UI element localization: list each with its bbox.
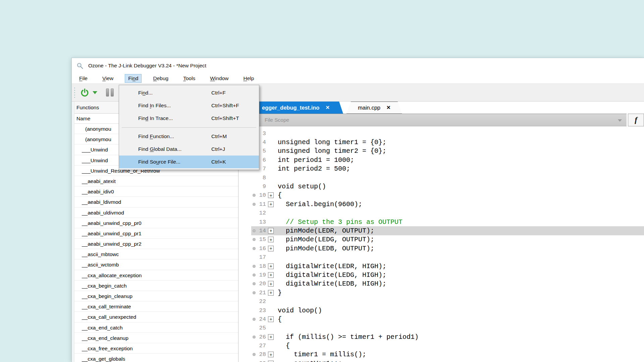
code-line-18: 18+ digitalWrite(LEDR, HIGH);	[251, 262, 644, 270]
code-line-5: 5unsigned long timer2 = {0};	[251, 147, 644, 156]
code-text: Serial.begin(9600);	[278, 200, 362, 208]
menubar-item-find[interactable]: Find	[125, 74, 142, 83]
breakpoint-dot[interactable]	[251, 318, 257, 321]
line-number: 24	[257, 316, 266, 322]
pause-button[interactable]	[106, 88, 114, 97]
power-dropdown-arrow[interactable]	[93, 91, 97, 94]
expand-plus-box[interactable]: +	[268, 316, 274, 322]
breakpoint-dot[interactable]	[251, 274, 257, 277]
menu-item-find[interactable]: Find...Ctrl+F	[119, 86, 259, 99]
line-number: 26	[257, 334, 266, 340]
tab-close-icon[interactable]: ✕	[386, 105, 391, 111]
menu-item-label: Find Global Data...	[138, 146, 181, 152]
breakpoint-dot[interactable]	[251, 194, 257, 197]
breakpoint-dot[interactable]	[251, 203, 257, 206]
function-list-item[interactable]: __aeabi_ldivmod	[72, 197, 238, 207]
expand-plus-box[interactable]: +	[268, 228, 274, 234]
function-list-item[interactable]: __cxa_call_unexpected	[72, 312, 238, 322]
menu-item-find-in-files[interactable]: Find In Files...Ctrl+Shift+F	[119, 99, 259, 112]
function-list-item[interactable]: __ascii_mbtowc	[72, 249, 238, 259]
breakpoint-dot[interactable]	[251, 282, 257, 285]
breakpoint-dot[interactable]	[251, 353, 257, 356]
function-list-item[interactable]: __aeabi_atexit	[72, 176, 238, 186]
function-list-item[interactable]: __aeabi_unwind_cpp_pr0	[72, 218, 238, 228]
function-list-item[interactable]: __aeabi_unwind_cpp_pr2	[72, 239, 238, 249]
expand-plus-box[interactable]: +	[268, 201, 274, 207]
breakpoint-dot[interactable]	[251, 229, 257, 232]
code-line-28: 28+ timer1 = millis();	[251, 350, 644, 359]
expand-spacer	[268, 210, 274, 216]
function-list-item[interactable]: __aeabi_idiv0	[72, 186, 238, 197]
function-list-item[interactable]: __aeabi_unwind_cpp_pr1	[72, 228, 238, 239]
menu-item-find-in-trace[interactable]: Find In Trace...Ctrl+Shift+T	[119, 112, 259, 125]
code-line-19: 19+ digitalWrite(LEDG, HIGH);	[251, 270, 644, 279]
function-list-item[interactable]: __cxa_end_cleanup	[72, 333, 238, 343]
breakpoint-dot[interactable]	[251, 247, 257, 250]
menubar-item-help[interactable]: Help	[240, 74, 258, 83]
menubar-item-debug[interactable]: Debug	[150, 74, 172, 83]
code-text: {	[278, 342, 290, 350]
line-number: 23	[257, 307, 266, 314]
magnifier-app-icon	[76, 62, 84, 69]
code-text: {	[278, 315, 282, 323]
line-number: 29	[257, 360, 266, 362]
menu-item-shortcut: Ctrl+Shift+T	[211, 115, 239, 121]
expand-plus-box[interactable]: +	[268, 290, 274, 296]
editor-tab-egger-debug-test-ino[interactable]: egger_debug_test.ino✕	[251, 102, 343, 114]
expand-plus-box[interactable]: +	[268, 192, 274, 198]
expand-plus-box[interactable]: +	[268, 246, 274, 251]
expand-spacer	[268, 166, 274, 172]
function-list-item[interactable]: __cxa_allocate_exception	[72, 270, 238, 281]
menu-item-find-global-data[interactable]: Find Global Data...Ctrl+J	[119, 143, 259, 156]
menu-item-label: Find In Files...	[138, 103, 171, 109]
menubar-item-tools[interactable]: Tools	[180, 74, 199, 83]
function-list-item[interactable]: __cxa_begin_catch	[72, 281, 238, 291]
toolbar-drag-handle[interactable]	[74, 87, 75, 98]
line-number: 15	[257, 236, 266, 243]
power-button[interactable]	[80, 88, 89, 97]
breakpoint-dot[interactable]	[251, 238, 257, 241]
code-text: pinMode(LEDG, OUTPUT);	[278, 236, 374, 243]
file-scope-dropdown[interactable]: File Scope	[251, 114, 627, 126]
function-list-item[interactable]: __cxa_get_globals	[72, 354, 238, 362]
menu-item-find-source-file[interactable]: Find Source File...Ctrl+K	[119, 156, 259, 168]
function-list-item[interactable]: __cxa_begin_cleanup	[72, 291, 238, 301]
line-number: 21	[257, 290, 266, 296]
breakpoint-dot[interactable]	[251, 336, 257, 339]
expand-plus-box[interactable]: +	[268, 334, 274, 340]
code-text: unsigned long timer2 = {0};	[278, 147, 386, 155]
line-number: 14	[257, 228, 266, 234]
editor-tab-main-cpp[interactable]: main.cpp✕	[346, 102, 402, 114]
expand-plus-box[interactable]: +	[268, 263, 274, 269]
breakpoint-dot[interactable]	[251, 291, 257, 294]
chevron-down-icon	[618, 119, 622, 122]
expand-spacer	[268, 254, 274, 260]
menubar-item-view[interactable]: View	[99, 74, 117, 83]
function-list-item[interactable]: __cxa_end_catch	[72, 322, 238, 333]
tab-close-icon[interactable]: ✕	[325, 105, 330, 111]
menubar-item-window[interactable]: Window	[207, 74, 232, 83]
line-number: 27	[257, 343, 266, 349]
expand-plus-box[interactable]: +	[268, 361, 274, 362]
expand-plus-box[interactable]: +	[268, 281, 274, 287]
menu-item-find-function[interactable]: Find Function...Ctrl+M	[119, 130, 259, 143]
expand-plus-box[interactable]: +	[268, 272, 274, 278]
function-list-item[interactable]: __cxa_call_terminate	[72, 301, 238, 312]
function-list-item[interactable]: __ascii_wctomb	[72, 259, 238, 270]
line-number: 20	[257, 281, 266, 287]
code-line-22: 22	[251, 297, 644, 306]
function-list-item[interactable]: __cxa_free_exception	[72, 343, 238, 354]
file-scope-label: File Scope	[265, 117, 289, 123]
find-menu-dropdown: Find...Ctrl+FFind In Files...Ctrl+Shift+…	[119, 85, 259, 170]
expand-plus-box[interactable]: +	[268, 352, 274, 357]
code-text: void setup()	[278, 183, 326, 190]
code-line-7: 7int period2 = 500;	[251, 165, 644, 173]
breakpoint-dot[interactable]	[251, 265, 257, 268]
code-line-17: 17	[251, 253, 644, 261]
function-list-item[interactable]: __aeabi_uldivmod	[72, 207, 238, 218]
expand-plus-box[interactable]: +	[268, 237, 274, 242]
code-text: pinMode(LEDB, OUTPUT);	[278, 245, 374, 252]
menu-item-shortcut: Ctrl+Shift+F	[211, 103, 239, 109]
menubar-item-file[interactable]: File	[76, 74, 91, 83]
function-browser-button[interactable]: f	[628, 114, 644, 126]
